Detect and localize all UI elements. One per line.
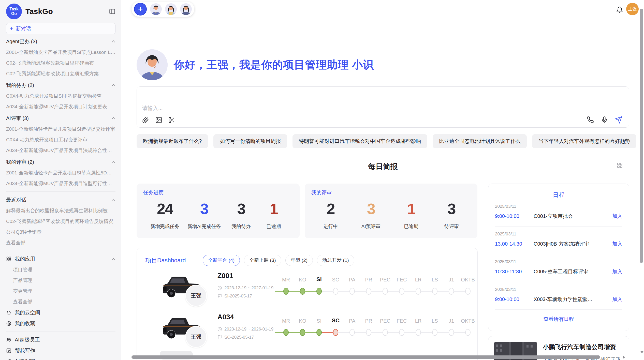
sidebar-list: Agent已办 (3) Z001-全新燃油皮卡产品开发项目SI节点Lesson … <box>6 36 115 360</box>
suggestion-chip[interactable]: 如何写一份清晰的项目周报 <box>213 134 287 148</box>
message-input-box[interactable]: 请输入... <box>137 86 629 128</box>
section-header-my-review[interactable]: 我的评审 (2) <box>6 156 115 168</box>
section-header-recent-chats[interactable]: 最近对话 <box>6 194 115 205</box>
list-item[interactable]: C02-飞腾新能源轻客改款项目的闭环通告反馈情况 <box>6 216 115 227</box>
suggestion-chip[interactable]: 特朗普可能对进口汽车增税会对中国车企造成哪些影响 <box>292 134 427 148</box>
sidebar-item-cloud-space[interactable]: 我的云空间 <box>6 307 115 318</box>
section-title: AI评审 (3) <box>6 115 29 122</box>
filter-tab[interactable]: 年型 (2) <box>285 255 313 266</box>
sidebar-item-change-mgmt[interactable]: 变更管理 <box>6 286 115 296</box>
scroll-down-arrow[interactable] <box>640 351 644 353</box>
horizontal-scrollbar[interactable] <box>131 355 600 359</box>
chevron-up-icon[interactable] <box>111 198 115 201</box>
dashboard-filters: 全新平台 (4) 全新上装 (3) 年型 (2) 动总开发 (1) <box>203 255 354 266</box>
filter-tab[interactable]: 动总开发 (1) <box>317 255 354 266</box>
list-item[interactable]: A034-全新新能源MUV产品开发项目法规符合性评审 <box>6 145 115 156</box>
add-agent-button[interactable]: + <box>134 3 147 16</box>
suggestion-chip[interactable]: 比亚迪全固态电池计划具体说了什么 <box>433 134 527 148</box>
chevron-up-icon[interactable] <box>111 84 115 87</box>
sidebar-item-my-apps[interactable]: 我的应用 <box>6 253 115 264</box>
filter-tab[interactable]: 全新上装 (3) <box>244 255 281 266</box>
stat: 1 已逾期 <box>261 200 286 230</box>
sidebar-item-creative-draw[interactable]: 创意制图 <box>6 356 115 360</box>
list-item[interactable]: 解释最新出台的欧盟报废车法规再生塑料比例被调至15%... <box>6 205 115 216</box>
news-title: 小鹏飞行汽车制造公司增资 <box>543 343 623 351</box>
sidebar-item-label: 我的收藏 <box>15 320 35 327</box>
scroll-right-arrow[interactable] <box>623 355 625 359</box>
sidebar-item-label: 创意制图 <box>15 358 35 360</box>
milestone-dot-done <box>300 288 305 295</box>
project-next-milestone: SI-2025-05-17 <box>224 294 252 299</box>
project-code: Z001 <box>217 272 273 280</box>
join-link[interactable]: 加入 <box>612 213 622 220</box>
join-link[interactable]: 加入 <box>612 296 622 303</box>
schedule-event: C001-立项审批会 <box>534 213 612 220</box>
card-title: 我的评审 <box>311 189 471 196</box>
sidebar-collapse-icon[interactable] <box>109 8 115 15</box>
chevron-up-icon[interactable] <box>111 117 115 120</box>
filter-tab-active[interactable]: 全新平台 (4) <box>203 255 240 266</box>
list-item[interactable]: A034-全新新能源MUV产品开发项目计划变更表编写 <box>6 101 115 112</box>
schedule-item: 2025/03/11 9:00-10:00 C001-立项审批会 加入 <box>495 199 622 227</box>
sidebar-item-ai-employee[interactable]: AI超级员工 <box>6 334 115 345</box>
new-chat-button[interactable]: + 新对话 <box>6 23 115 34</box>
list-item[interactable]: A034-全新新能源MUV产品开发项目造型可行性评审 <box>6 178 115 189</box>
notification-bell-icon[interactable] <box>616 6 623 13</box>
section-header-ai-review[interactable]: AI评审 (3) <box>6 113 115 124</box>
agent-avatar-2[interactable] <box>165 3 177 15</box>
layout-grid-icon[interactable] <box>617 162 623 168</box>
agent-avatar-3[interactable] <box>180 3 192 15</box>
list-item[interactable]: 公司Q3轻卡销量 <box>6 227 115 237</box>
milestone-line-done <box>275 291 319 292</box>
list-item[interactable]: Z001-全新燃油轻卡产品开发项目SI节点属性5D文件评审 <box>6 168 115 178</box>
scissors-icon[interactable] <box>168 116 175 124</box>
input-placeholder: 请输入... <box>142 104 163 112</box>
phone-icon[interactable] <box>587 116 594 123</box>
view-all-apps[interactable]: 查看全部... <box>6 296 115 307</box>
vertical-scrollbar[interactable] <box>640 9 643 263</box>
milestone-label: FEC <box>393 318 410 324</box>
microphone-icon[interactable] <box>601 116 608 123</box>
sidebar-item-project-mgmt[interactable]: 项目管理 <box>6 264 115 275</box>
list-item[interactable]: Z001-全新燃油轻卡产品开发项目SI造型提交物评审 <box>6 124 115 134</box>
list-item[interactable]: C02-飞腾新能源轻客改款项目里程碑画布 <box>6 58 115 68</box>
project-row[interactable]: 王强 A034 2023-12-19 ~ 2026-01-19 <box>145 312 469 350</box>
view-all-schedule-link[interactable]: 查看所有日程 <box>495 316 622 323</box>
section-header-my-todo[interactable]: 我的待办 (2) <box>6 80 115 91</box>
avatar-illustration <box>150 3 162 15</box>
list-item[interactable]: C02-飞腾新能源轻客改款项目立项汇报方案 <box>6 68 115 79</box>
chevron-up-icon[interactable] <box>111 160 115 163</box>
send-icon[interactable] <box>615 116 622 124</box>
join-link[interactable]: 加入 <box>612 241 622 247</box>
chevron-up-icon[interactable] <box>111 40 115 43</box>
card-title: 任务进度 <box>143 189 293 196</box>
milestone-dot <box>432 288 437 295</box>
milestone-dot-done <box>316 329 322 336</box>
join-link[interactable]: 加入 <box>612 268 622 275</box>
project-row[interactable]: 王强 Z001 2023-12-19 ~ 2027-01-19 <box>145 271 469 309</box>
stat-value: 1 <box>399 200 423 218</box>
stats-row: 任务进度 24 新增完成任务 3 新增AI完成任务 3 我的待办 <box>137 184 478 238</box>
list-item[interactable]: Z001-全新燃油皮卡产品开发项目SI节点Lesson Learn报告 <box>6 47 115 58</box>
assistant-avatar <box>137 49 168 80</box>
user-avatar[interactable]: 王强 <box>626 3 639 15</box>
sidebar-item-favorites[interactable]: 我的收藏 <box>6 318 115 329</box>
attachment-icon[interactable] <box>142 116 149 124</box>
project-dashboard-card: 项目Dashboard 全新平台 (4) 全新上装 (3) 年型 (2) 动总开… <box>137 248 478 360</box>
section-header-agent-done[interactable]: Agent已办 (3) <box>6 36 115 47</box>
chevron-up-icon[interactable] <box>111 258 115 261</box>
list-item[interactable]: C0X4-动力总成开发项目工程变更评审 <box>6 134 115 145</box>
stat-label: AI预评审 <box>359 223 383 230</box>
plus-icon: + <box>10 26 13 32</box>
image-icon[interactable] <box>155 116 162 124</box>
stat: 3 AI预评审 <box>359 200 383 230</box>
list-item[interactable]: C0X4-动力总成开发项目SI里程碑提交物检查 <box>6 91 115 101</box>
sidebar-item-product-mgmt[interactable]: 产品管理 <box>6 275 115 286</box>
view-all-chats[interactable]: 查看全部... <box>6 237 115 248</box>
suggestion-chip[interactable]: 欧洲新规最近颁布了什么? <box>137 134 208 148</box>
milestone-label: LR <box>410 277 427 283</box>
stat-label: 我的待办 <box>229 223 253 230</box>
suggestion-chip[interactable]: 当下年轻人对汽车外观有怎样的喜好趋势 <box>532 134 636 148</box>
sidebar-item-help-write[interactable]: 帮我写作 <box>6 345 115 356</box>
agent-avatar-1[interactable] <box>150 3 162 15</box>
